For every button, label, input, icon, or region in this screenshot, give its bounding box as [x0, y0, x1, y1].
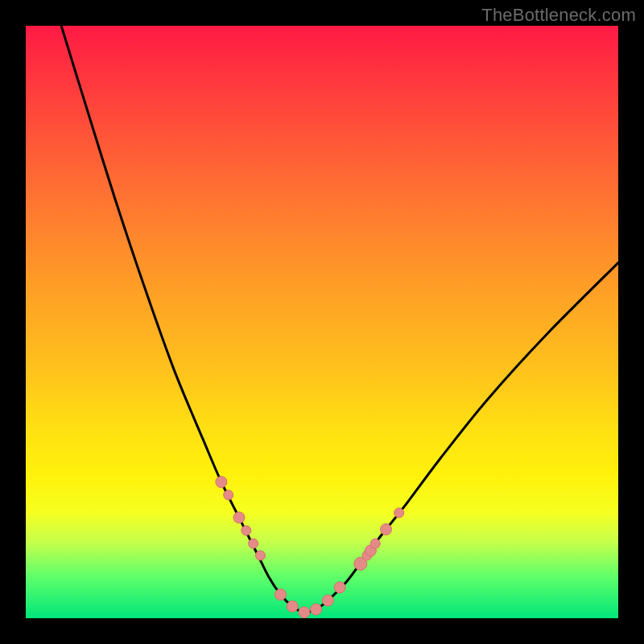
sample-point: [287, 601, 298, 612]
bottleneck-curve: [61, 26, 618, 613]
sample-point: [275, 589, 286, 601]
sample-point: [394, 508, 404, 518]
sample-point: [255, 551, 265, 560]
sample-point: [242, 526, 251, 535]
sample-point: [299, 607, 310, 618]
sample-point: [370, 539, 380, 548]
sample-point: [334, 582, 345, 593]
sample-point: [216, 477, 227, 488]
chart-svg: [26, 26, 618, 618]
sample-point: [224, 490, 233, 500]
plot-area: [26, 26, 618, 618]
sample-point: [322, 595, 333, 606]
watermark-text: TheBottleneck.com: [481, 5, 636, 26]
sample-point: [233, 512, 245, 523]
sample-point: [311, 604, 322, 615]
chart-frame: TheBottleneck.com: [0, 0, 644, 644]
sample-point: [380, 524, 391, 535]
sample-points-layer: [216, 477, 404, 618]
sample-point: [249, 539, 258, 548]
